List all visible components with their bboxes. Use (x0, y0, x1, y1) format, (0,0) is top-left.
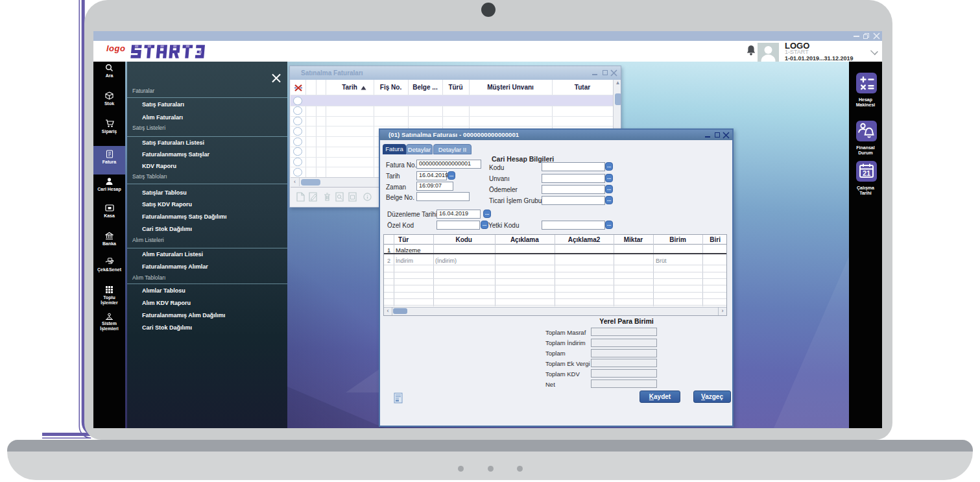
svg-text:21: 21 (863, 169, 870, 177)
